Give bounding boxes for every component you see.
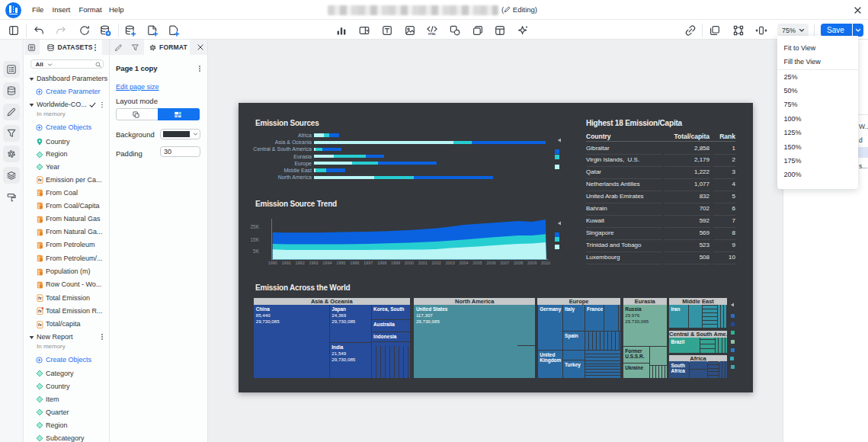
svg-text:fx: fx — [38, 178, 42, 182]
svg-text:fx: fx — [38, 322, 42, 327]
svg-text:fx: fx — [38, 309, 42, 314]
svg-text:HTML: HTML — [428, 33, 437, 36]
svg-text:fx: fx — [38, 296, 42, 300]
